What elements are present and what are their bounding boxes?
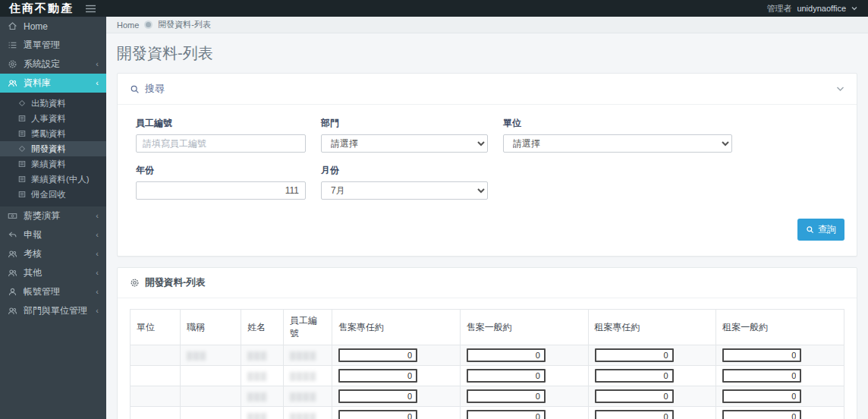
sidebar-item-salary-calculation[interactable]: 薪獎演算 ‹ [0, 206, 106, 225]
rent-general-input[interactable] [722, 348, 801, 362]
query-button[interactable]: 查詢 [797, 219, 844, 241]
sale-general-input[interactable] [467, 369, 546, 383]
submenu-item-commission-recovery[interactable]: 佣金回收 [0, 187, 106, 202]
sidebar-item-menu-management[interactable]: 選單管理 [0, 36, 106, 55]
top-navbar: 住商不動產 管理者 unidynaoffice [0, 0, 868, 17]
column-header-employee-number: 員工編號 [284, 310, 332, 345]
database-submenu: 出勤資料 人事資料 獎勵資料 開發資料 業績資料 [0, 93, 106, 206]
cell-rent-exclusive [588, 345, 716, 366]
sidebar-item-assessment[interactable]: 考核 ‹ [0, 244, 106, 263]
user-menu[interactable]: 管理者 unidynaoffice [766, 3, 868, 14]
chevron-left-icon: ‹ [96, 269, 99, 277]
sale-exclusive-input[interactable] [338, 369, 417, 383]
user-role-label: 管理者 [766, 3, 791, 14]
year-label: 年份 [136, 164, 306, 177]
cell-sale-general [460, 366, 588, 386]
rent-general-input[interactable] [722, 389, 801, 403]
sale-exclusive-input[interactable] [338, 410, 417, 419]
sale-general-input[interactable] [467, 410, 546, 419]
employee-number-label: 員工編號 [136, 117, 306, 130]
cell-job-title: ▒▒▒ [181, 345, 241, 366]
home-icon [8, 21, 17, 31]
masked-text: ▒▒▒ [247, 351, 267, 360]
submenu-item-development[interactable]: 開發資料 [0, 141, 106, 156]
search-icon [130, 84, 140, 94]
rent-exclusive-input[interactable] [595, 410, 674, 419]
table-row: ▒▒▒▒▒▒▒▒▒▒ [131, 345, 844, 366]
column-header-name: 姓名 [241, 310, 284, 345]
unit-select[interactable]: 請選擇 [503, 134, 732, 153]
users-icon [8, 78, 17, 88]
search-panel-header[interactable]: 搜尋 [118, 74, 857, 105]
chevron-left-icon: ‹ [96, 307, 99, 315]
sidebar-item-label: 考核 [24, 247, 42, 260]
sidebar-item-declaration[interactable]: 申報 ‹ [0, 225, 106, 244]
submenu-item-performance-agent[interactable]: 業績資料(中人) [0, 172, 106, 187]
search-panel-footer: 查詢 [118, 211, 857, 256]
year-input[interactable] [136, 181, 306, 200]
column-header-unit: 單位 [131, 310, 181, 345]
department-label: 部門 [321, 117, 488, 130]
sale-general-input[interactable] [467, 348, 546, 362]
sidebar-item-account-management[interactable]: 帳號管理 ‹ [0, 282, 106, 301]
cell-sale-exclusive [332, 407, 461, 419]
breadcrumb-home-link[interactable]: Home [117, 20, 139, 30]
department-select[interactable]: 請選擇 [321, 134, 488, 153]
month-select[interactable]: 7月 [321, 181, 488, 200]
sidebar-item-home[interactable]: Home [0, 17, 106, 36]
masked-text: ▒▒▒ [247, 392, 267, 401]
sale-exclusive-input[interactable] [338, 348, 417, 362]
sidebar-item-database[interactable]: 資料庫 ‹ [0, 74, 106, 93]
chevron-left-icon: ‹ [96, 60, 99, 68]
submenu-item-attendance[interactable]: 出勤資料 [0, 96, 106, 111]
search-panel: 搜尋 員工編號 部門 請選擇 單位 [117, 73, 857, 257]
sale-general-input[interactable] [467, 389, 546, 403]
cell-sale-exclusive [332, 345, 461, 366]
cell-rent-general [716, 366, 844, 386]
cell-rent-general [716, 345, 844, 366]
sidebar-item-label: 其他 [24, 266, 42, 279]
column-header-sale-exclusive: 售案專任約 [332, 310, 461, 345]
collapse-chevron-icon[interactable] [836, 86, 844, 92]
cell-rent-exclusive [588, 366, 716, 386]
sidebar-item-system-settings[interactable]: 系統設定 ‹ [0, 55, 106, 74]
document-icon [18, 115, 26, 122]
sidebar-item-label: 系統設定 [24, 58, 60, 71]
unit-label: 單位 [503, 117, 732, 130]
cell-sale-exclusive [332, 386, 461, 407]
gear-icon [130, 278, 140, 288]
table-row: ▒▒▒▒▒▒▒ [131, 366, 844, 386]
table-header-row: 單位 職稱 姓名 員工編號 售案專任約 售案一般約 租案專任約 租案一般約 [131, 310, 844, 345]
masked-text: ▒▒▒▒ [290, 412, 316, 419]
chevron-down-icon [851, 6, 857, 11]
sidebar-item-others[interactable]: 其他 ‹ [0, 263, 106, 282]
page-title: 開發資料-列表 [106, 33, 868, 73]
employee-number-input[interactable] [136, 134, 306, 153]
rent-exclusive-input[interactable] [595, 389, 674, 403]
department-field-group: 部門 請選擇 [321, 117, 488, 153]
cell-rent-exclusive [588, 386, 716, 407]
rent-general-input[interactable] [722, 410, 801, 419]
submenu-item-performance[interactable]: 業績資料 [0, 156, 106, 172]
cell-job-title [181, 386, 241, 407]
table-row: ▒▒▒▒▒▒▒ [131, 386, 844, 407]
sale-exclusive-input[interactable] [338, 389, 417, 403]
submenu-item-personnel[interactable]: 人事資料 [0, 111, 106, 126]
user-icon [8, 287, 17, 297]
cell-rent-general [716, 386, 844, 407]
submenu-item-rewards[interactable]: 獎勵資料 [0, 126, 106, 141]
query-button-label: 查詢 [818, 223, 836, 236]
sidebar-item-label: Home [24, 21, 48, 32]
rent-exclusive-input[interactable] [595, 348, 674, 362]
rent-exclusive-input[interactable] [595, 369, 674, 383]
month-label: 月份 [321, 164, 488, 177]
cell-unit [131, 386, 181, 407]
sidebar-item-department-unit-management[interactable]: 部門與單位管理 ‹ [0, 301, 106, 320]
hamburger-menu-icon[interactable] [86, 5, 96, 13]
sidebar-item-label: 申報 [24, 228, 42, 241]
sidebar-item-label: 資料庫 [24, 77, 51, 90]
rent-general-input[interactable] [722, 369, 801, 383]
document-icon [18, 191, 26, 198]
cell-employee-number: ▒▒▒▒ [284, 407, 332, 419]
column-header-sale-general: 售案一般約 [460, 310, 588, 345]
